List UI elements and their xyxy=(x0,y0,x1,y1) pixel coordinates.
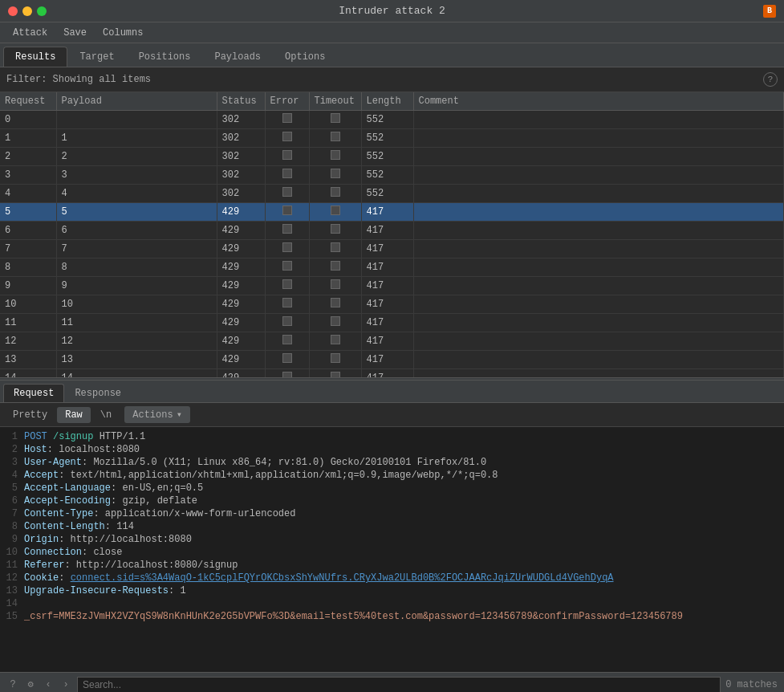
tab-positions[interactable]: Positions xyxy=(127,47,203,67)
nav-next-icon[interactable]: › xyxy=(59,678,72,691)
code-line: 14 xyxy=(0,597,784,610)
line-content: Connection: close xyxy=(24,547,784,558)
maximize-button[interactable] xyxy=(37,6,47,16)
cell-status: 429 xyxy=(217,351,265,369)
line-content: Host: localhost:8080 xyxy=(24,444,784,455)
table-row[interactable]: 11 11 429 417 xyxy=(0,314,784,332)
col-header-request[interactable]: Request xyxy=(0,92,56,111)
cell-payload: 3 xyxy=(56,166,217,185)
table-row[interactable]: 2 2 302 552 xyxy=(0,148,784,166)
help-button[interactable]: ? xyxy=(763,72,778,87)
sub-tab-raw[interactable]: Raw xyxy=(57,407,91,423)
line-number: 7 xyxy=(0,508,24,519)
line-number: 14 xyxy=(0,598,24,609)
sub-tab-pretty[interactable]: Pretty xyxy=(5,407,55,423)
cell-comment xyxy=(413,222,784,240)
menubar: Attack Save Columns xyxy=(0,22,784,43)
table-row[interactable]: 14 14 429 417 xyxy=(0,369,784,378)
req-resp-tab-bar: Request Response xyxy=(0,381,784,403)
tab-payloads[interactable]: Payloads xyxy=(202,47,273,67)
code-line: 2Host: localhost:8080 xyxy=(0,443,784,456)
results-table-container: Request Payload Status Error Timeout Len… xyxy=(0,92,784,377)
table-row[interactable]: 5 5 429 417 xyxy=(0,203,784,222)
cell-payload: 8 xyxy=(56,258,217,277)
cell-comment xyxy=(413,148,784,166)
line-number: 15 xyxy=(0,611,24,622)
code-line: 1POST /signup HTTP/1.1 xyxy=(0,430,784,443)
cell-payload: 7 xyxy=(56,240,217,258)
cell-request: 12 xyxy=(0,332,56,351)
tab-response[interactable]: Response xyxy=(64,384,132,402)
table-row[interactable]: 3 3 302 552 xyxy=(0,166,784,185)
code-line: 13Upgrade-Insecure-Requests: 1 xyxy=(0,584,784,597)
cell-length: 552 xyxy=(361,129,413,148)
table-row[interactable]: 12 12 429 417 xyxy=(0,332,784,351)
table-row[interactable]: 7 7 429 417 xyxy=(0,240,784,258)
table-row[interactable]: 6 6 429 417 xyxy=(0,222,784,240)
col-header-status[interactable]: Status xyxy=(217,92,265,111)
cell-length: 552 xyxy=(361,185,413,203)
cell-request: 4 xyxy=(0,185,56,203)
cell-comment xyxy=(413,111,784,129)
settings-icon[interactable]: ⚙ xyxy=(24,678,37,691)
menu-attack[interactable]: Attack xyxy=(6,26,54,40)
actions-button[interactable]: Actions ▾ xyxy=(124,406,190,423)
col-header-timeout[interactable]: Timeout xyxy=(309,92,361,111)
sub-tab-bar: Pretty Raw \n Actions ▾ xyxy=(0,403,784,427)
line-number: 1 xyxy=(0,431,24,442)
menu-save[interactable]: Save xyxy=(57,26,93,40)
bottom-bar: ? ⚙ ‹ › 0 matches xyxy=(0,672,784,692)
line-content xyxy=(24,598,784,609)
help-icon[interactable]: ? xyxy=(6,678,19,691)
tab-request[interactable]: Request xyxy=(3,384,64,402)
match-count: 0 matches xyxy=(725,679,778,690)
cell-length: 417 xyxy=(361,222,413,240)
actions-label: Actions xyxy=(132,409,173,421)
cell-length: 417 xyxy=(361,351,413,369)
table-row[interactable]: 9 9 429 417 xyxy=(0,277,784,295)
cell-status: 429 xyxy=(217,369,265,378)
tab-options[interactable]: Options xyxy=(273,47,337,67)
sub-tab-newline[interactable]: \n xyxy=(92,407,120,423)
line-number: 10 xyxy=(0,547,24,558)
actions-chevron-icon: ▾ xyxy=(177,409,182,421)
minimize-button[interactable] xyxy=(22,6,32,16)
line-content: User-Agent: Mozilla/5.0 (X11; Linux x86_… xyxy=(24,457,784,468)
cell-timeout xyxy=(309,240,361,258)
cell-timeout xyxy=(309,166,361,185)
table-row[interactable]: 8 8 429 417 xyxy=(0,258,784,277)
col-header-comment[interactable]: Comment xyxy=(413,92,784,111)
cell-payload: 13 xyxy=(56,351,217,369)
line-number: 9 xyxy=(0,534,24,545)
cell-error xyxy=(265,351,309,369)
menu-columns[interactable]: Columns xyxy=(96,26,149,40)
nav-prev-icon[interactable]: ‹ xyxy=(42,678,55,691)
table-row[interactable]: 10 10 429 417 xyxy=(0,295,784,314)
col-header-error[interactable]: Error xyxy=(265,92,309,111)
cell-request: 13 xyxy=(0,351,56,369)
cell-error xyxy=(265,277,309,295)
code-line: 6Accept-Encoding: gzip, deflate xyxy=(0,495,784,507)
line-number: 4 xyxy=(0,470,24,481)
cell-length: 417 xyxy=(361,332,413,351)
col-header-payload[interactable]: Payload xyxy=(56,92,217,111)
table-row[interactable]: 4 4 302 552 xyxy=(0,185,784,203)
tab-target[interactable]: Target xyxy=(67,47,126,67)
cell-error xyxy=(265,369,309,378)
close-button[interactable] xyxy=(8,6,18,16)
table-row[interactable]: 1 1 302 552 xyxy=(0,129,784,148)
cell-timeout xyxy=(309,369,361,378)
cell-length: 417 xyxy=(361,369,413,378)
cell-request: 11 xyxy=(0,314,56,332)
search-input[interactable] xyxy=(77,677,721,693)
cell-error xyxy=(265,258,309,277)
table-row[interactable]: 13 13 429 417 xyxy=(0,351,784,369)
cell-length: 417 xyxy=(361,295,413,314)
table-header-row: Request Payload Status Error Timeout Len… xyxy=(0,92,784,111)
cell-request: 8 xyxy=(0,258,56,277)
table-row[interactable]: 0 302 552 xyxy=(0,111,784,129)
col-header-length[interactable]: Length xyxy=(361,92,413,111)
results-table: Request Payload Status Error Timeout Len… xyxy=(0,92,784,377)
tab-results[interactable]: Results xyxy=(3,47,67,67)
cell-status: 302 xyxy=(217,129,265,148)
